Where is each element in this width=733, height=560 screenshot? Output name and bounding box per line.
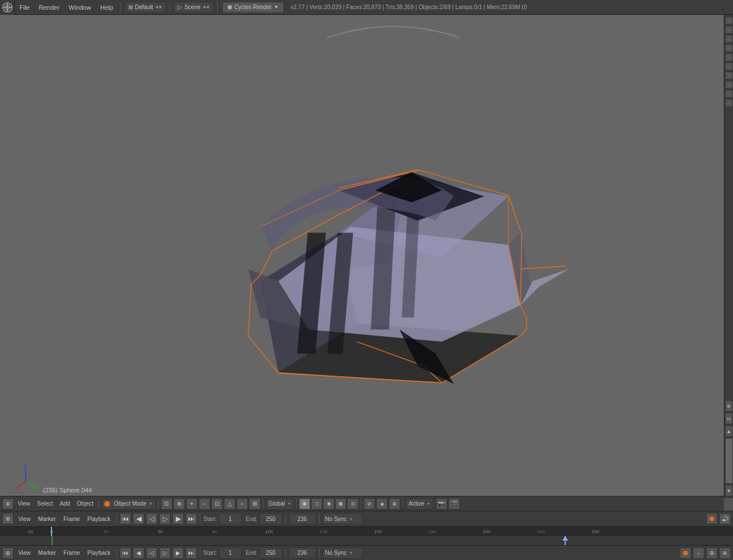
bottom-play-jump-start[interactable]: ⏮: [120, 547, 131, 559]
timeline-menu-playback[interactable]: Playback: [85, 513, 114, 524]
active-dropdown[interactable]: Active ▼: [405, 498, 433, 510]
sidebar-tool-5[interactable]: ·: [725, 53, 733, 61]
3d-scene: [0, 15, 724, 454]
bottom-editor-type[interactable]: ⊞: [2, 547, 14, 559]
sidebar-tool-4[interactable]: ·: [725, 44, 733, 52]
transform-btn-3[interactable]: △: [224, 498, 235, 510]
renderer-selector[interactable]: ⬟ Cycles Render ▼: [222, 2, 284, 13]
transform-btn-4[interactable]: ○: [237, 498, 248, 510]
transform-btn-2[interactable]: ⊡: [211, 498, 223, 510]
shading-cycles[interactable]: ◎: [347, 498, 358, 510]
timeline-menu-marker[interactable]: Marker: [36, 513, 59, 524]
menu-render[interactable]: Render: [34, 0, 64, 14]
sidebar-tool-7[interactable]: ·: [725, 72, 733, 80]
overlay-btn-1[interactable]: ⊘: [364, 498, 375, 510]
timeline-sep-4: [319, 514, 320, 523]
menu-window[interactable]: Window: [64, 0, 96, 14]
viewport-menu-object[interactable]: Object: [74, 498, 96, 510]
sidebar-scroll[interactable]: ▲: [725, 425, 733, 437]
sidebar-tool-10[interactable]: ·: [725, 99, 733, 107]
bottom-current-field[interactable]: 236: [289, 547, 316, 559]
bottom-play-reverse[interactable]: ◁: [146, 547, 157, 559]
play-reverse[interactable]: ◁: [146, 513, 157, 524]
viewport-toolbar: ⊞ View Select Add Object Object Mode ▼ ⊙…: [0, 496, 724, 511]
layout-selector[interactable]: ⊞ Default + ×: [124, 2, 166, 13]
overlay-btn-3[interactable]: ⊕: [389, 498, 400, 510]
bottom-audio-btn[interactable]: ♪: [693, 547, 704, 559]
bottom-menu-playback[interactable]: Playback: [85, 547, 114, 559]
snap-btn-1[interactable]: ⊕: [174, 498, 185, 510]
viewport-3d[interactable]: User Ortho: [0, 15, 724, 498]
snap-btn-2[interactable]: ⌖: [186, 498, 198, 510]
current-frame-field[interactable]: 236: [289, 513, 316, 524]
global-label: Global: [269, 500, 285, 507]
sidebar-tool-9[interactable]: ·: [725, 90, 733, 98]
audio-btn[interactable]: 🔊: [719, 513, 731, 524]
bottom-start-field[interactable]: 1: [219, 547, 242, 559]
bottom-settings-btn[interactable]: ⚙: [706, 547, 718, 559]
play-prev-frame[interactable]: ◀: [133, 513, 144, 524]
render-icon-1[interactable]: 📷: [436, 498, 447, 510]
record-btn[interactable]: [706, 513, 718, 524]
timeline-area[interactable]: -10 0 50 100 150 200 250 30 80 130 180 2…: [0, 527, 733, 545]
bottom-extra-btn[interactable]: ⊕: [719, 547, 731, 559]
end-frame-field[interactable]: 250: [259, 513, 282, 524]
sidebar-tools-btn[interactable]: ⊕: [725, 400, 733, 412]
menu-help[interactable]: Help: [96, 0, 118, 14]
sep-5: [361, 499, 361, 508]
sep-6: [403, 499, 403, 508]
bottom-play-forward[interactable]: ▷: [159, 547, 171, 559]
transform-btn-1[interactable]: ↔: [199, 498, 210, 510]
shading-material[interactable]: ◉: [323, 498, 334, 510]
bottom-end-field[interactable]: 250: [259, 547, 282, 559]
play-jump-start[interactable]: ⏮: [120, 513, 131, 524]
sidebar-scrollbar[interactable]: [725, 438, 733, 484]
shading-wireframe[interactable]: ◻: [311, 498, 322, 510]
sidebar-tool-3[interactable]: ·: [725, 35, 733, 43]
pivot-btn[interactable]: ⊙: [161, 498, 172, 510]
timeline-menu-view[interactable]: View: [15, 513, 34, 524]
overlay-btn-2[interactable]: ◈: [376, 498, 388, 510]
sidebar-tool-1[interactable]: ·: [725, 17, 733, 25]
shading-rendered[interactable]: ▦: [335, 498, 346, 510]
timeline-menu-frame[interactable]: Frame: [61, 513, 83, 524]
bottom-no-sync[interactable]: No Sync ▼: [322, 547, 362, 559]
bottom-play-prev[interactable]: ◀: [133, 547, 144, 559]
scene-selector[interactable]: ▷ Scene + ×: [174, 2, 214, 13]
sidebar-tool-2[interactable]: ·: [725, 26, 733, 34]
global-arrow: ▼: [287, 502, 291, 506]
play-jump-end[interactable]: ⏭: [186, 513, 197, 524]
svg-text:0: 0: [50, 529, 53, 534]
bottom-no-sync-label: No Sync: [325, 550, 347, 556]
bottom-menu-frame[interactable]: Frame: [61, 547, 83, 559]
mode-dropdown[interactable]: Object Mode ▼: [101, 498, 156, 510]
timeline-sep-3: [285, 514, 286, 523]
render-icon-2[interactable]: 🎬: [448, 498, 460, 510]
bottom-menu-view[interactable]: View: [15, 547, 34, 559]
sidebar-tool-8[interactable]: ·: [725, 81, 733, 89]
viewport-menu-select[interactable]: Select: [34, 498, 56, 510]
start-frame-field[interactable]: 1: [219, 513, 242, 524]
shading-solid[interactable]: ▣: [299, 498, 310, 510]
global-dropdown[interactable]: Global ▼: [266, 498, 294, 510]
sidebar-scroll-down[interactable]: ▼: [725, 485, 733, 496]
bottom-menu-marker[interactable]: Marker: [36, 547, 59, 559]
play-next-frame[interactable]: ▶: [172, 513, 184, 524]
viewport-menu-view[interactable]: View: [15, 498, 33, 510]
bottom-play-next[interactable]: ▶: [172, 547, 184, 559]
bottom-record-btn[interactable]: [680, 547, 691, 559]
transform-btn-5[interactable]: ⊞: [249, 498, 261, 510]
sidebar-n-btn[interactable]: N: [725, 413, 733, 424]
viewport-menu-add[interactable]: Add: [57, 498, 73, 510]
end-frame-value: 250: [266, 516, 275, 522]
no-sync-dropdown[interactable]: No Sync ▼: [322, 513, 362, 524]
layout-remove-icon: ×: [159, 4, 162, 10]
editor-type-btn[interactable]: ⊞: [2, 498, 14, 510]
timeline-content[interactable]: [0, 536, 733, 545]
menu-file[interactable]: File: [15, 0, 34, 14]
svg-line-30: [26, 481, 36, 488]
play-forward[interactable]: ▷: [159, 513, 171, 524]
timeline-editor-type[interactable]: ⊞: [2, 513, 14, 524]
sidebar-tool-6[interactable]: ·: [725, 62, 733, 70]
bottom-play-jump-end[interactable]: ⏭: [186, 547, 197, 559]
